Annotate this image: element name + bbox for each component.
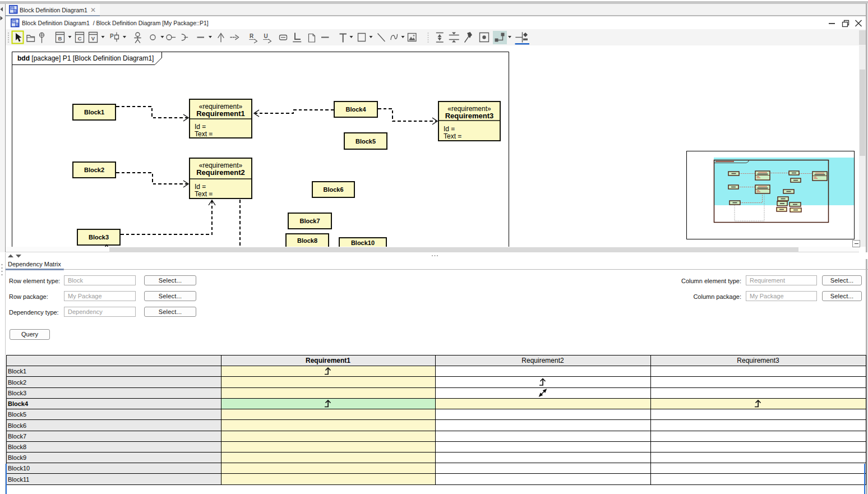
svg-text:C: C: [78, 35, 82, 41]
svg-text:U: U: [264, 33, 268, 39]
svg-text:V: V: [91, 35, 95, 41]
svg-text:R: R: [250, 33, 254, 39]
svg-text:B: B: [58, 35, 62, 41]
svg-text:P: P: [110, 33, 114, 39]
